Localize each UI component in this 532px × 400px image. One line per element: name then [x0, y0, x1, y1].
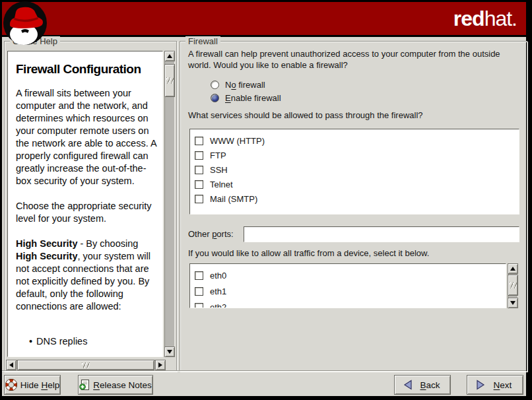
main-content: Online Help Firewall Configuration A fir… [2, 37, 526, 396]
devices-vertical-scrollbar[interactable] [508, 263, 518, 308]
device-label: eth2 [210, 302, 226, 309]
device-row-eth2[interactable]: eth2 [195, 299, 506, 308]
installer-window: redhat. Online Help Firewall Configurati… [0, 0, 532, 400]
arrow-down-icon [167, 350, 172, 354]
help-hscroll-thumb[interactable] [17, 360, 154, 370]
help-title: Firewall Configuration [16, 62, 160, 77]
next-label: Next [489, 380, 516, 390]
footer-separator [2, 370, 526, 372]
services-question: What services should be allowed to pass … [188, 110, 423, 120]
services-listbox[interactable]: WWW (HTTP) FTP SSH Telnet Mail (SMTP) [189, 129, 519, 215]
service-row-www-http[interactable]: WWW (HTTP) [195, 133, 519, 148]
radio-enable-firewall[interactable]: Enable firewall [211, 93, 281, 103]
service-row-ftp[interactable]: FTP [195, 148, 519, 162]
arrow-down-icon [510, 301, 515, 305]
service-label: WWW (HTTP) [210, 136, 265, 146]
checkbox-icon[interactable] [195, 137, 203, 145]
redhat-wordmark-bold: red [453, 7, 484, 30]
device-label: eth1 [210, 286, 226, 296]
arrow-right-icon [158, 362, 162, 368]
help-vscroll-down-button[interactable] [164, 347, 175, 357]
radio-enable-firewall-label: Enable firewall [225, 93, 281, 103]
redhat-wordmark: redhat. [453, 7, 517, 31]
devices-vscroll-down-button[interactable] [508, 298, 518, 308]
checkbox-icon[interactable] [195, 287, 203, 296]
help-bold-high-security-1: High Security [16, 238, 77, 249]
service-row-telnet[interactable]: Telnet [195, 177, 519, 191]
service-row-ssh[interactable]: SSH [195, 162, 519, 177]
hide-help-label: Hide Help [20, 380, 59, 390]
release-notes-button[interactable]: Release Notes [78, 375, 153, 395]
help-text-segment-1: - By choosing [77, 238, 138, 249]
help-vscroll-up-button[interactable] [164, 51, 175, 61]
radio-button-selected-icon[interactable] [211, 94, 219, 102]
help-horizontal-scrollbar[interactable] [6, 360, 166, 370]
help-viewport: Firewall Configuration A firewall sits b… [7, 51, 163, 357]
release-notes-label: Release Notes [93, 380, 152, 390]
help-vscroll-thumb[interactable] [164, 64, 175, 97]
release-notes-icon [79, 379, 90, 391]
device-row-eth1[interactable]: eth1 [195, 283, 506, 299]
online-help-frame: Online Help Firewall Configuration A fir… [4, 41, 177, 372]
other-ports-label: Other ports: [188, 229, 234, 239]
next-button[interactable]: Next [467, 375, 523, 395]
redhat-wordmark-light: hat. [484, 7, 517, 30]
bullet-dot: • [29, 336, 32, 347]
hide-help-button[interactable]: Hide Help [4, 375, 61, 395]
arrow-left-icon [9, 362, 13, 368]
other-ports-input[interactable] [244, 226, 519, 242]
back-arrow-icon [403, 379, 413, 391]
firewall-frame: Firewall A firewall can help prevent una… [180, 41, 527, 372]
radio-no-firewall-label: No firewall [225, 80, 265, 90]
help-paragraph-2: Choose the appropriate security level fo… [16, 200, 160, 225]
help-hscroll-right-button[interactable] [155, 360, 166, 370]
devices-note: If you would like to allow all traffic f… [188, 248, 429, 258]
service-label: Telnet [210, 180, 233, 189]
arrow-up-icon [510, 267, 515, 271]
service-label: FTP [210, 150, 226, 160]
service-row-mail-smtp[interactable]: Mail (SMTP) [195, 191, 519, 206]
help-hscroll-left-button[interactable] [6, 360, 17, 370]
devices-vscroll-up-button[interactable] [508, 263, 518, 274]
checkbox-icon[interactable] [195, 151, 203, 160]
checkbox-icon[interactable] [195, 180, 203, 189]
devices-listbox[interactable]: eth0 eth1 eth2 [189, 263, 506, 308]
radio-no-firewall[interactable]: No firewall [211, 80, 265, 90]
checkbox-icon[interactable] [195, 303, 203, 309]
checkbox-icon[interactable] [195, 271, 203, 280]
checkbox-icon[interactable] [195, 166, 203, 174]
back-label: Back [416, 380, 444, 390]
firewall-frame-label: Firewall [185, 36, 220, 46]
service-label: Mail (SMTP) [210, 194, 257, 204]
arrow-up-icon [167, 54, 172, 58]
life-preserver-icon [5, 379, 17, 391]
help-bullet-dns-replies: •DNS replies [29, 335, 160, 348]
checkbox-icon[interactable] [195, 195, 203, 203]
back-button[interactable]: Back [394, 375, 451, 395]
firewall-intro-text: A firewall can help prevent unauthorized… [188, 48, 514, 71]
help-bold-high-security-2: High Security [16, 251, 77, 261]
device-row-eth0[interactable]: eth0 [195, 267, 506, 283]
scrollbar-grip-icon [510, 282, 517, 288]
help-paragraph-1: A firewall sits between your computer an… [16, 87, 160, 187]
devices-vscroll-thumb[interactable] [508, 275, 518, 296]
next-arrow-icon [475, 379, 486, 391]
help-paragraph-3: High Security - By choosing High Securit… [16, 238, 160, 313]
scrollbar-grip-icon [82, 362, 90, 368]
radio-button-icon[interactable] [211, 81, 219, 89]
redhat-shadowman-logo [1, 0, 49, 48]
device-label: eth0 [210, 271, 226, 281]
service-label: SSH [210, 165, 228, 175]
scrollbar-grip-icon [166, 77, 174, 84]
header-bar: redhat. [2, 2, 526, 35]
help-vertical-scrollbar[interactable] [164, 51, 175, 357]
